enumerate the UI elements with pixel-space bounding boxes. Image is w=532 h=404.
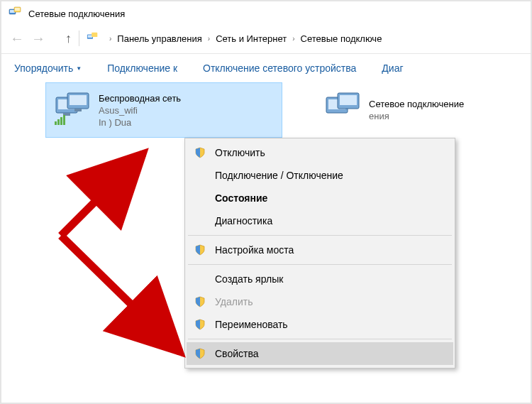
svg-rect-6 [92,32,97,36]
chevron-right-icon: › [289,35,297,43]
organize-label: Упорядочить [14,62,73,74]
connection-name: Беспроводная сеть [99,93,181,104]
chevron-right-icon: › [205,35,213,43]
titlebar: Сетевые подключения [1,1,531,26]
connection-wireless[interactable]: Беспроводная сеть Asus_wifi In ) Dua [45,82,282,138]
organize-menu-button[interactable]: Упорядочить ▼ [14,62,82,74]
menu-label: Создать ярлык [215,273,283,285]
svg-rect-10 [70,95,87,105]
network-connections-icon [9,6,23,22]
menu-label: Переименовать [215,319,288,330]
wireless-adapter-icon [52,92,93,129]
disable-label: Отключение сетевого устройства [203,62,356,74]
menu-separator [188,339,452,339]
control-panel-icon [87,31,99,46]
menu-item-disconnect[interactable]: Отключить [187,141,453,164]
ethernet-adapter-icon [322,92,363,129]
breadcrumb-network-internet[interactable]: Сеть и Интернет [216,33,287,44]
back-button[interactable]: ← [10,31,24,45]
forward-button[interactable]: → [31,31,45,45]
breadcrumbs[interactable]: › Панель управления › Сеть и Интернет › … [106,33,522,44]
menu-item-bridge[interactable]: Настройка моста [187,239,453,261]
breadcrumb-network-connections[interactable]: Сетевые подключе [301,33,382,44]
menu-label: Удалить [215,296,253,307]
svg-rect-3 [15,8,20,11]
connection-status: ения [369,111,464,121]
connection-adapter: In ) Dua [99,117,181,128]
menu-label: Отключить [215,147,265,158]
menu-item-rename[interactable]: Переименовать [187,313,453,336]
connection-name: Сетевое подключение [369,99,464,109]
menu-separator [188,235,452,236]
menu-label: Настройка моста [215,244,294,256]
shield-icon [194,146,206,159]
shield-icon [194,318,206,331]
shield-icon [194,244,206,256]
chevron-right-icon: › [106,35,114,43]
svg-rect-20 [340,95,357,105]
context-menu: Отключить Подключение / Отключение Состо… [184,138,455,368]
connection-ethernet[interactable]: Сетевое подключение ения [316,82,532,138]
menu-item-connect-disconnect[interactable]: Подключение / Отключение [187,164,453,187]
caret-down-icon: ▼ [76,65,82,72]
diagnose-button[interactable]: Диаг [382,62,403,74]
toolbar: Упорядочить ▼ Подключение к Отключение с… [1,54,531,82]
menu-label: Состояние [215,192,267,204]
address-separator [79,31,79,46]
menu-item-properties[interactable]: Свойства [187,342,453,365]
shield-icon [194,347,206,360]
connect-to-button[interactable]: Подключение к [107,62,177,74]
menu-item-shortcut[interactable]: Создать ярлык [187,268,453,290]
connection-ssid: Asus_wifi [99,105,181,116]
up-button[interactable]: ↑ [65,32,72,45]
window-title: Сетевые подключения [28,9,125,19]
disable-device-button[interactable]: Отключение сетевого устройства [203,62,356,74]
svg-rect-14 [57,119,60,125]
connect-label: Подключение к [107,62,177,74]
menu-label: Свойства [215,348,258,359]
nav-bar: ← → ↑ › Панель управления › Сеть и Интер… [1,26,531,54]
menu-separator [188,264,452,265]
shield-icon [194,295,206,308]
svg-rect-13 [55,121,57,125]
menu-item-delete: Удалить [187,290,453,313]
svg-rect-5 [88,35,92,38]
diagnose-label: Диаг [382,62,403,74]
menu-label: Диагностика [215,215,272,226]
breadcrumb-control-panel[interactable]: Панель управления [117,33,201,44]
menu-item-status[interactable]: Состояние [187,187,453,209]
menu-label: Подключение / Отключение [215,170,343,181]
svg-rect-15 [60,117,62,125]
svg-rect-11 [74,109,82,111]
svg-rect-16 [63,115,65,125]
menu-item-diagnose[interactable]: Диагностика [187,209,453,232]
